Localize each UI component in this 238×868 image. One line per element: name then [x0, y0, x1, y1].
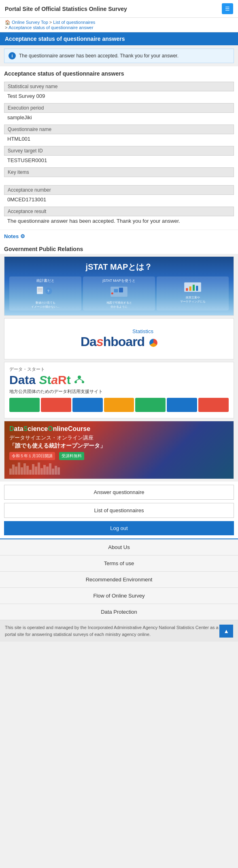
jstat-panels: 統計書だと ? 数値だけ見てもイメージが描かない… jSTAT MAPを使うと [9, 277, 229, 310]
jstat-panel-2-caption: 地図で可視化すると分かるように [85, 301, 153, 309]
jstat-panel-1-title: 統計書だと [11, 278, 80, 283]
footer-nav-environment[interactable]: Recommended Environment [0, 572, 238, 588]
field-label-survey-target-id: Survey target ID [4, 146, 234, 156]
datasci-quote: 「誰でも使える統計オープンデータ」 [9, 442, 229, 450]
jstat-panel-3-caption: 政策立案やマーケティングにも [158, 296, 227, 304]
svg-rect-14 [196, 286, 198, 291]
field-value-questionnaire-name: HTML001 [4, 134, 234, 144]
field-label-questionnaire-name: Questionnaire name [4, 125, 234, 134]
field-value-survey-target-id: TESTUSER0001 [4, 156, 234, 165]
svg-line-19 [76, 379, 79, 381]
datasci-banner-card[interactable]: DataScienceOnlineCourse データサイエンス・オンライン講座… [4, 421, 234, 479]
svg-point-9 [111, 292, 113, 294]
page-banner: Acceptance status of questionnaire answe… [0, 32, 238, 45]
pie-chart-icon [149, 339, 157, 347]
svg-line-18 [79, 379, 83, 381]
breadcrumb-link-list[interactable]: List of questionnaires [53, 20, 95, 25]
info-message: The questionnaire answer has been accept… [19, 53, 178, 59]
field-label-survey-name: Statistical survey name [4, 82, 234, 91]
dashboard-wrapper: Statistics Dashboard [81, 328, 157, 349]
header-title: Portal Site of Official Statistics Onlin… [5, 6, 127, 12]
gov-pr-title: Government Public Relations [0, 243, 238, 254]
breadcrumb-home-icon: 🏠 [5, 20, 11, 25]
scroll-top-button[interactable]: ▲ [219, 625, 233, 638]
molecule-icon [73, 374, 85, 386]
footer-nav-flow[interactable]: Flow of Online Survey [0, 588, 238, 604]
bottom-footer: This site is operated and managed by the… [0, 620, 238, 642]
hamburger-button[interactable]: ☰ [222, 3, 233, 14]
field-label-execution-period: Execution period [4, 103, 234, 113]
datastart-title-row: Data StaRt [9, 373, 229, 387]
datastart-puzzle [9, 398, 229, 414]
svg-point-16 [82, 381, 84, 383]
jstat-panel-3-illustration [183, 279, 203, 294]
action-buttons: Answer questionnaire List of questionnai… [0, 482, 238, 539]
field-label-key-items: Key items [4, 167, 234, 177]
field-label-acceptance-result: Acceptance result [4, 207, 234, 216]
datastart-subtitle: 地方公共団体のためのデータ利活用支援サイト [9, 389, 229, 395]
svg-rect-12 [189, 287, 191, 291]
jstat-panel-1-caption: 数値だけ見てもイメージが描かない… [11, 301, 80, 309]
svg-rect-13 [193, 285, 195, 291]
datasci-badges: 令和５年１月10日開講 受講料無料 [9, 452, 229, 460]
datasci-title: DataScienceOnlineCourse [9, 425, 229, 433]
svg-rect-0 [37, 287, 43, 294]
datasci-skyline [9, 463, 229, 475]
dashboard-banner-card[interactable]: Statistics Dashboard [4, 318, 234, 359]
jstat-panel-2-illustration [109, 285, 129, 299]
jstat-panel-2-title: jSTAT MAPを使うと [85, 278, 153, 283]
breadcrumb-link-home[interactable]: Online Survey Top [12, 20, 48, 25]
svg-rect-11 [186, 288, 188, 291]
info-box: i The questionnaire answer has been acce… [4, 49, 234, 63]
datastart-title: Data StaRt [9, 373, 71, 387]
jstat-panel-1: 統計書だと ? 数値だけ見てもイメージが描かない… [9, 277, 81, 310]
dashboard-statistics-label: Statistics [81, 328, 153, 334]
jstat-banner-card[interactable]: jSTAT MAPとは？ 統計書だと ? 数値だけ見てもイメージが描かない… j… [4, 256, 234, 316]
notes-link[interactable]: Notes ⚙ [4, 233, 234, 239]
page-banner-title: Acceptance status of questionnaire answe… [5, 36, 125, 42]
jstat-title: jSTAT MAPとは？ [9, 262, 229, 272]
footer-nav-about[interactable]: About Us [0, 539, 238, 555]
datasci-date-badge: 令和５年１月10日開講 [9, 452, 55, 460]
field-value-acceptance-result: The questionnaire answer has been accept… [4, 216, 234, 226]
jstat-banner: jSTAT MAPとは？ 統計書だと ? 数値だけ見てもイメージが描かない… j… [4, 257, 234, 315]
datastart-top-label: データ・スタート [9, 366, 229, 372]
footer-nav-data-protection[interactable]: Data Protection [0, 604, 238, 620]
datasci-banner: DataScienceOnlineCourse データサイエンス・オンライン講座… [4, 421, 234, 479]
field-value-execution-period: sampleJiki [4, 113, 234, 122]
content-area: Acceptance status of questionnaire answe… [0, 66, 238, 230]
header: Portal Site of Official Statistics Onlin… [0, 0, 238, 18]
datasci-subtitle: データサイエンス・オンライン講座 [9, 434, 229, 441]
footer-nav-terms[interactable]: Terms of use [0, 555, 238, 572]
bottom-footer-text: This site is operated and managed by the… [5, 624, 219, 638]
answer-questionnaire-button[interactable]: Answer questionnaire [4, 485, 234, 500]
gear-icon: ⚙ [20, 233, 25, 239]
jstat-panel-1-illustration: ? [35, 285, 55, 299]
jstat-panel-2: jSTAT MAPを使うと 地図で可視化すると分かるように [83, 277, 155, 310]
svg-rect-7 [114, 289, 118, 292]
info-icon: i [8, 52, 16, 59]
footer-nav: About Us Terms of use Recommended Enviro… [0, 539, 238, 620]
svg-rect-8 [119, 288, 123, 293]
datasci-free-badge: 受講料無料 [59, 452, 84, 460]
section-title: Acceptance status of questionnaire answe… [4, 66, 234, 79]
list-questionnaires-button[interactable]: List of questionnaires [4, 503, 234, 518]
notes-section: Notes ⚙ [0, 230, 238, 243]
field-value-acceptance-number: 0MCED1713001 [4, 195, 234, 204]
svg-text:?: ? [47, 289, 49, 293]
field-value-key-items [4, 177, 234, 183]
dashboard-title: Dashboard [81, 334, 157, 349]
notes-label: Notes [4, 233, 19, 239]
field-label-acceptance-number: Acceptance number [4, 185, 234, 195]
dashboard-banner: Statistics Dashboard [4, 319, 234, 359]
datastart-banner-card[interactable]: データ・スタート Data StaRt 地方公共団体のためのデータ利活用支援サイ… [4, 362, 234, 418]
datastart-banner: データ・スタート Data StaRt 地方公共団体のためのデータ利活用支援サイ… [4, 362, 234, 418]
svg-point-17 [74, 381, 77, 383]
breadcrumb: 🏠 Online Survey Top > List of questionna… [0, 18, 238, 32]
breadcrumb-link-acceptance[interactable]: Acceptance status of questionnaire answe… [8, 25, 94, 30]
jstat-panel-3: 政策立案やマーケティングにも [157, 277, 229, 310]
field-value-survey-name: Test Survey 009 [4, 91, 234, 101]
svg-point-15 [78, 376, 81, 379]
logout-button[interactable]: Log out [4, 521, 234, 535]
